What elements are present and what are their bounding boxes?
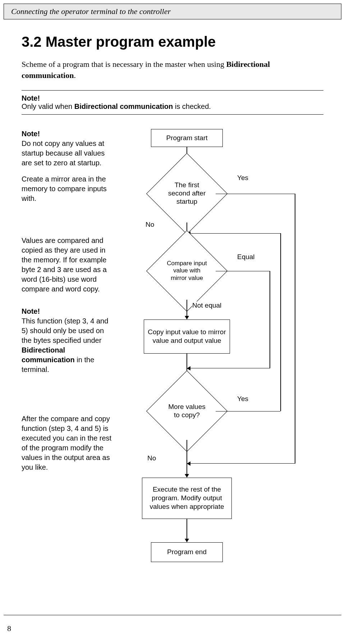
intro-paragraph: Scheme of a program that is necessary in… <box>22 59 323 81</box>
flow-start-label: Program start <box>166 134 207 142</box>
arrow-icon <box>185 539 189 542</box>
flow-decision-startup: The first second after startup <box>158 165 216 222</box>
execute-label: Execute the rest of the program. Modify … <box>146 485 228 511</box>
edge-no-3: No <box>147 454 156 462</box>
connector <box>295 194 295 463</box>
content-area: 3.2 Master program example Scheme of a p… <box>0 19 345 585</box>
connector <box>187 519 187 540</box>
decision-1-label: The first second after startup <box>158 165 216 222</box>
note-body: Only valid when Bidirectional communicat… <box>22 102 323 111</box>
connector <box>216 194 295 194</box>
edge-yes-3: Yes <box>237 395 248 403</box>
note-body-bold: Bidirectional communication <box>74 102 173 110</box>
note-body-b: is checked. <box>173 102 211 110</box>
edge-yes-1: Yes <box>237 174 248 182</box>
side-notes: Note! Do not copy any values at startup … <box>22 129 115 578</box>
side-note-1-title: Note! <box>22 129 115 139</box>
decision-2-label: Compare input value with mirror value <box>158 242 216 300</box>
connector <box>187 368 270 369</box>
edge-equal: Equal <box>237 253 255 261</box>
connector <box>270 271 270 368</box>
footer-divider <box>4 615 341 615</box>
side-note-2: Values are compared and copied as they a… <box>22 236 115 294</box>
side-note-3-bold: Bidirectional communication <box>22 346 75 364</box>
connector <box>216 411 280 412</box>
arrow-icon <box>185 474 189 478</box>
flowchart-layout: Note! Do not copy any values at startup … <box>22 129 323 578</box>
connector <box>216 271 270 272</box>
copy-label: Copy input value to mirror value and out… <box>148 328 226 345</box>
header-text: Connecting the operator terminal to the … <box>11 7 171 16</box>
flowchart: Program start The first second after sta… <box>122 129 323 578</box>
connector <box>187 440 187 476</box>
flow-end: Program end <box>151 542 223 562</box>
connector <box>187 300 187 318</box>
connector <box>187 233 280 234</box>
side-note-3-a: This function (step 3, 4 and 5) should o… <box>22 317 108 344</box>
intro-text-1: Scheme of a program that is necessary in… <box>22 60 226 69</box>
intro-text-2: . <box>74 71 76 80</box>
flow-decision-compare: Compare input value with mirror value <box>158 242 216 300</box>
flow-start: Program start <box>151 129 223 147</box>
connector <box>280 233 281 411</box>
side-note-3-title: Note! <box>22 307 115 316</box>
arrow-icon <box>187 461 190 466</box>
side-note-1-body2: Create a mirror area in the memory to co… <box>22 174 115 203</box>
flow-copy: Copy input value to mirror value and out… <box>144 319 230 354</box>
note-title: Note! <box>22 94 323 102</box>
side-note-4: After the compare and copy function (ste… <box>22 414 115 472</box>
note-callout: Note! Only valid when Bidirectional comm… <box>22 90 323 115</box>
flow-execute: Execute the rest of the program. Modify … <box>142 478 232 519</box>
decision-3-label: More values to copy? <box>158 382 216 440</box>
page-number: 8 <box>7 624 11 633</box>
arrow-icon <box>185 316 189 319</box>
connector <box>187 463 295 464</box>
edge-no-1: No <box>146 221 154 229</box>
flow-decision-more: More values to copy? <box>158 382 216 440</box>
section-heading: 3.2 Master program example <box>22 34 323 50</box>
edge-notequal: Not equal <box>192 302 221 309</box>
end-label: Program end <box>167 548 207 556</box>
page-header: Connecting the operator terminal to the … <box>4 4 341 19</box>
arrow-icon <box>187 366 190 371</box>
side-note-3: Note! This function (step 3, 4 and 5) sh… <box>22 307 115 374</box>
side-note-1: Note! Do not copy any values at startup … <box>22 129 115 203</box>
note-body-a: Only valid when <box>22 102 74 110</box>
side-note-1-body: Do not copy any values at startup becaus… <box>22 139 115 168</box>
